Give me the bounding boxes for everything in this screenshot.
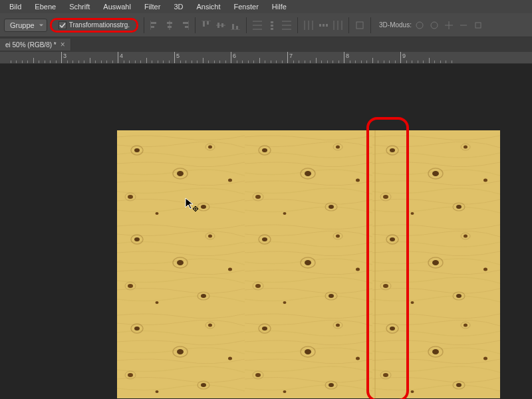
close-tab-icon[interactable]: ×	[61, 41, 65, 49]
distribute-right-icon[interactable]	[332, 20, 343, 31]
divider	[144, 17, 144, 33]
svg-rect-10	[207, 21, 209, 25]
3d-slide-icon[interactable]	[458, 20, 469, 31]
mode-3d-label: 3D-Modus:	[376, 21, 412, 29]
menu-schrift[interactable]: Schrift	[63, 3, 96, 11]
svg-rect-15	[232, 24, 234, 29]
distribute-horizontal-icon[interactable]	[318, 20, 329, 31]
menu-fenster[interactable]: Fenster	[227, 3, 265, 11]
svg-rect-9	[203, 21, 205, 27]
menu-hilfe[interactable]: Hilfe	[265, 3, 293, 11]
options-bar: Gruppe Transformationsstrg. 3D-Modus:	[0, 13, 532, 37]
3d-scale-icon[interactable]	[473, 20, 483, 31]
distribute-vertical-icon[interactable]	[267, 20, 277, 31]
ruler-label: 3	[63, 53, 66, 59]
svg-point-38	[431, 22, 438, 29]
document-tab-title: ei 50% (RGB/8) *	[5, 41, 57, 49]
align-vertical-centers-icon[interactable]	[215, 20, 226, 31]
distribute-left-icon[interactable]	[303, 20, 314, 31]
canvas[interactable]	[117, 130, 500, 398]
canvas-viewport[interactable]	[0, 64, 532, 399]
ruler-label: 5	[176, 53, 180, 59]
menu-auswahl[interactable]: Auswahl	[96, 3, 138, 11]
svg-rect-6	[183, 22, 188, 24]
divider	[370, 17, 371, 33]
align-horizontal-centers-icon[interactable]	[164, 20, 175, 31]
align-bottom-edges-icon[interactable]	[230, 20, 241, 31]
transform-controls-highlight: Transformationsstrg.	[50, 18, 138, 33]
distribute-top-icon[interactable]	[252, 20, 263, 31]
transform-controls-label: Transformationsstrg.	[69, 21, 130, 29]
3d-rotate-icon[interactable]	[414, 20, 425, 31]
svg-point-37	[416, 22, 423, 29]
ruler-label: 6	[233, 53, 236, 59]
auto-align-icon[interactable]	[354, 20, 365, 31]
menu-bild[interactable]: Bild	[3, 3, 28, 11]
align-top-edges-icon[interactable]	[201, 20, 211, 31]
svg-rect-1	[151, 26, 154, 28]
menu-3d[interactable]: 3D	[167, 3, 190, 11]
svg-rect-16	[236, 26, 238, 29]
horizontal-ruler: 3456789	[0, 52, 532, 64]
menu-ansicht[interactable]: Ansicht	[190, 3, 227, 11]
svg-rect-32	[326, 24, 328, 27]
wood-texture-image	[117, 130, 500, 398]
ruler-label: 9	[402, 53, 406, 59]
menu-ebene[interactable]: Ebene	[28, 3, 63, 11]
document-tab-bar: ei 50% (RGB/8) * ×	[0, 37, 532, 52]
align-right-edges-icon[interactable]	[179, 20, 190, 31]
3d-pan-icon[interactable]	[444, 20, 454, 31]
align-left-edges-icon[interactable]	[150, 20, 160, 31]
svg-rect-21	[271, 21, 273, 23]
menubar: Bild Ebene Schrift Auswahl Filter 3D Ans…	[0, 0, 532, 13]
divider	[195, 17, 196, 33]
check-icon	[59, 22, 66, 29]
document-tab[interactable]: ei 50% (RGB/8) * ×	[0, 39, 71, 51]
menu-filter[interactable]: Filter	[138, 3, 167, 11]
divider	[246, 17, 247, 33]
ruler-label: 4	[120, 53, 123, 59]
transform-controls-checkbox[interactable]	[59, 21, 66, 29]
svg-rect-30	[319, 24, 321, 27]
ruler-label: 8	[346, 53, 349, 59]
svg-rect-31	[323, 24, 325, 27]
ruler-label: 7	[289, 53, 293, 59]
svg-rect-23	[271, 28, 273, 30]
svg-rect-39	[475, 23, 481, 28]
svg-rect-7	[185, 26, 188, 28]
distribute-bottom-icon[interactable]	[281, 20, 292, 31]
group-dropdown[interactable]: Gruppe	[4, 19, 47, 32]
svg-rect-53	[117, 130, 500, 398]
svg-rect-36	[356, 22, 363, 29]
3d-roll-icon[interactable]	[429, 20, 440, 31]
divider	[297, 17, 298, 33]
divider	[348, 17, 349, 33]
svg-rect-0	[151, 22, 156, 24]
svg-rect-22	[271, 25, 273, 27]
